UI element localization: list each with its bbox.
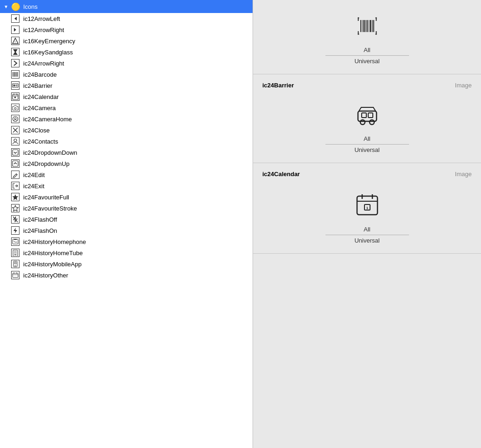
folder-icon: 🟡: [11, 2, 20, 11]
svg-rect-62: [368, 113, 373, 118]
list-item[interactable]: ic16KeySandglass: [0, 46, 253, 58]
list-item[interactable]: ic24Exit: [0, 180, 253, 191]
ic24FlashOn-list-icon: [11, 226, 20, 235]
svg-rect-61: [362, 113, 366, 118]
svg-rect-17: [14, 97, 16, 98]
list-item[interactable]: ic24ArrowRight: [0, 58, 253, 69]
svg-marker-1: [14, 28, 16, 32]
svg-point-18: [14, 107, 16, 109]
svg-rect-46: [375, 18, 377, 19]
ic24Calendar-preview: 1 All Universal: [262, 185, 472, 248]
ic24Close-list-icon: [11, 126, 20, 134]
folder-title: Icons: [23, 3, 38, 10]
list-item[interactable]: ic12ArrowRight: [0, 24, 253, 35]
ic24HistoryHomeTube-label: ic24HistoryHomeTube: [23, 250, 83, 257]
list-item[interactable]: ic24HistoryMobileApp: [0, 258, 253, 270]
ic24Close-label: ic24Close: [23, 127, 50, 134]
svg-text:!: !: [15, 40, 16, 44]
ic24Calendar-section: ic24Calendar Image 1 All Universal: [253, 163, 481, 254]
svg-rect-50: [375, 34, 377, 35]
ic24Exit-list-icon: [11, 182, 20, 190]
list-item[interactable]: ic24Contacts: [0, 136, 253, 147]
ic24HistoryOther-list-icon: [11, 271, 20, 279]
list-item[interactable]: ic24FlashOff: [0, 214, 253, 225]
ic24Barcode-section: All Universal: [253, 0, 481, 74]
svg-rect-48: [358, 34, 359, 35]
ic16KeySandglass-icon: [11, 48, 20, 56]
ic24HistoryOther-label: ic24HistoryOther: [23, 272, 68, 279]
ic24FavouriteStroke-label: ic24FavouriteStroke: [23, 205, 77, 212]
list-item[interactable]: ic24Close: [0, 125, 253, 136]
svg-rect-24: [13, 150, 18, 155]
svg-rect-5: [13, 72, 14, 77]
ic24CameraHome-list-icon: [11, 115, 20, 123]
ic16KeyEmergency-icon: !: [11, 37, 20, 45]
svg-rect-59: [373, 20, 374, 32]
svg-marker-29: [13, 205, 19, 211]
ic24Calendar-section-type: Image: [455, 171, 472, 178]
ic24Contacts-label: ic24Contacts: [23, 138, 58, 145]
folder-header[interactable]: ▼ 🟡 Icons: [0, 0, 253, 13]
ic24Barrier-header: ic24Barrier Image: [262, 82, 472, 89]
ic24DropdownUp-list-icon: [11, 159, 20, 168]
svg-rect-4: [13, 72, 13, 77]
ic12ArrowRight-icon: [11, 26, 20, 34]
ic24HistoryHomephone-list-icon: [11, 237, 20, 246]
svg-point-23: [14, 139, 17, 142]
ic24DropdownDown-list-icon: [11, 148, 20, 157]
svg-rect-51: [360, 20, 361, 32]
ic24Barcode-labels: All Universal: [262, 46, 472, 65]
svg-rect-58: [372, 20, 372, 32]
svg-rect-44: [358, 18, 358, 21]
ic24HistoryHomeTube-list-icon: [11, 249, 20, 257]
list-item[interactable]: ic24Edit: [0, 169, 253, 180]
ic24FlashOn-label: ic24FlashOn: [23, 227, 57, 234]
ic24HistoryMobileApp-list-icon: [11, 260, 20, 268]
list-item[interactable]: ic24HistoryHomeTube: [0, 247, 253, 258]
list-item[interactable]: ic24Barrier: [0, 80, 253, 91]
list-item[interactable]: ic24Calendar: [0, 91, 253, 102]
list-item[interactable]: ic24DropdownUp: [0, 158, 253, 169]
svg-rect-25: [13, 161, 18, 166]
list-item[interactable]: ! ic16KeyEmergency: [0, 35, 253, 46]
list-item[interactable]: ic24Camera: [0, 102, 253, 113]
svg-rect-9: [18, 72, 18, 77]
ic24Barrier-section: ic24Barrier Image All Universal: [253, 74, 481, 163]
svg-rect-8: [17, 72, 17, 77]
list-item[interactable]: ic24FlashOn: [0, 225, 253, 236]
ic24Edit-label: ic24Edit: [23, 171, 45, 178]
svg-rect-32: [14, 239, 17, 240]
svg-point-36: [15, 255, 16, 256]
ic24Exit-label: ic24Exit: [23, 183, 45, 190]
ic24Barcode-divider: [325, 55, 409, 56]
ic24Barcode-label-all: All: [364, 46, 370, 53]
ic24Barrier-label-all: All: [364, 135, 370, 142]
ic24Calendar-large-icon: 1: [355, 192, 379, 217]
ic24Barrier-section-type: Image: [455, 82, 472, 89]
ic24Barcode-preview: All Universal: [262, 7, 472, 68]
list-item[interactable]: ic24DropdownDown: [0, 147, 253, 158]
svg-rect-56: [368, 20, 369, 32]
ic16KeyEmergency-label: ic16KeyEmergency: [23, 38, 75, 45]
svg-rect-34: [14, 251, 17, 253]
ic24CameraHome-label: ic24CameraHome: [23, 116, 72, 123]
ic24DropdownDown-label: ic24DropdownDown: [23, 149, 77, 156]
list-item[interactable]: ic12ArrowLeft: [0, 13, 253, 24]
list-item[interactable]: ic24CameraHome: [0, 113, 253, 125]
svg-rect-31: [13, 239, 18, 244]
ic24FlashOff-list-icon: [11, 215, 20, 224]
list-item[interactable]: ic24HistoryHomephone: [0, 236, 253, 247]
ic24Calendar-label: ic24Calendar: [23, 93, 59, 100]
ic24Barrier-labels: All Universal: [262, 135, 472, 153]
svg-marker-0: [14, 17, 17, 20]
left-panel: ▼ 🟡 Icons ic12ArrowLeft ic12ArrowRight !…: [0, 0, 253, 448]
ic24Barrier-divider: [325, 144, 409, 145]
list-item[interactable]: ic24HistoryOther: [0, 270, 253, 281]
list-item[interactable]: ic24FavouriteFull: [0, 191, 253, 203]
list-item[interactable]: ic24Barcode: [0, 69, 253, 80]
list-item[interactable]: ic24FavouriteStroke: [0, 203, 253, 214]
svg-rect-60: [358, 111, 377, 121]
ic12ArrowRight-label: ic12ArrowRight: [23, 26, 64, 33]
right-panel: All Universal ic24Barrier Image: [253, 0, 481, 448]
ic24Calendar-list-icon: [11, 92, 20, 101]
